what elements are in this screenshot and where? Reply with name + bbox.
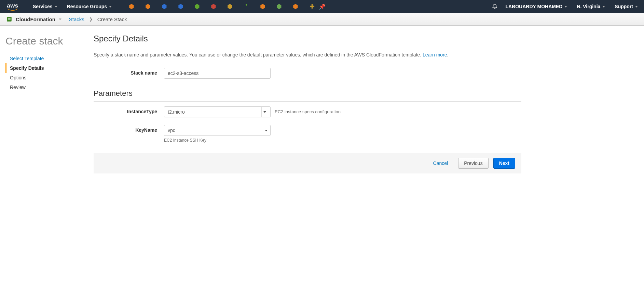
global-nav: aws Services Resource Groups ⬢⬢⬢⬢⬢⬢⬢❜⬢⬢⬢… [0,0,644,13]
svc-icon-7[interactable]: ⬢ [227,3,233,10]
svc-icon-10[interactable]: ⬢ [276,3,283,10]
svc-icon-2[interactable]: ⬢ [145,3,151,10]
caret-down-icon [602,6,605,8]
svc-icon-6[interactable]: ⬢ [210,3,217,10]
svc-icon-9[interactable]: ⬢ [259,3,266,10]
caret-down-icon [263,111,266,113]
svg-rect-2 [8,19,11,20]
key-name-help: EC2 Instance SSH Key [164,138,271,143]
instance-type-value: t2.micro [168,109,185,115]
resource-groups-menu[interactable]: Resource Groups [67,4,112,9]
divider [94,101,521,102]
wizard-step-review[interactable]: Review [5,82,94,92]
notifications-icon[interactable] [492,3,498,10]
account-label: LABOUARDY MOHAMED [505,4,562,9]
stack-name-row: Stack name [94,68,521,79]
services-label: Services [33,4,53,9]
instance-type-row: InstanceType t2.micro EC2 instance specs… [94,106,521,117]
page-title: Create stack [5,35,94,47]
svc-icon-1[interactable]: ⬢ [128,3,135,10]
wizard-step-select-template[interactable]: Select Template [5,54,94,63]
instance-type-select[interactable]: t2.micro [164,106,271,117]
breadcrumb-separator: ❯ [89,17,93,22]
wizard-step-specify-details[interactable]: Specify Details [5,63,94,73]
breadcrumb-bar: CloudFormation Stacks ❯ Create Stack [0,13,644,26]
intro-body: Specify a stack name and parameter value… [94,52,423,57]
key-name-value: vpc [168,128,175,133]
service-shortcut-bar: ⬢⬢⬢⬢⬢⬢⬢❜⬢⬢⬢✚ [128,3,315,10]
service-switcher[interactable]: CloudFormation [6,16,61,22]
instance-type-description: EC2 instance specs configuration [271,106,341,114]
learn-more-link[interactable]: Learn more [423,52,447,57]
instance-type-label: InstanceType [94,106,164,114]
breadcrumb-stacks-link[interactable]: Stacks [69,16,84,22]
next-button[interactable]: Next [493,158,515,169]
cancel-button[interactable]: Cancel [428,158,454,169]
stack-name-label: Stack name [94,68,164,76]
support-label: Support [615,4,633,9]
form-area: Specify Details Specify a stack name and… [94,32,524,173]
resource-groups-label: Resource Groups [67,4,107,9]
caret-down-icon [55,6,57,8]
caret-down-icon [109,6,112,8]
wizard-steps: Select Template Specify Details Options … [5,54,94,92]
cloudformation-icon [6,16,12,22]
svc-icon-11[interactable]: ⬢ [292,3,299,10]
region-menu[interactable]: N. Virginia [577,4,605,9]
divider [94,47,521,47]
stack-name-input[interactable] [164,68,271,79]
caret-down-icon [265,130,268,131]
intro-suffix: . [447,52,449,57]
caret-down-icon [564,6,567,8]
pin-icon[interactable]: 📌 [319,3,326,10]
svc-icon-8[interactable]: ❜ [243,3,250,10]
services-menu[interactable]: Services [33,4,57,9]
svc-icon-12[interactable]: ✚ [309,3,315,10]
wizard-footer: Cancel Previous Next [94,153,521,173]
service-name: CloudFormation [16,16,55,22]
previous-button[interactable]: Previous [458,158,488,169]
key-name-select[interactable]: vpc [164,125,271,136]
svc-icon-3[interactable]: ⬢ [161,3,168,10]
breadcrumb-current: Create Stack [97,16,127,22]
svg-rect-1 [8,18,11,18]
wizard-step-options[interactable]: Options [5,73,94,82]
specify-details-heading: Specify Details [94,34,521,43]
svc-icon-5[interactable]: ⬢ [194,3,201,10]
intro-text: Specify a stack name and parameter value… [94,52,521,57]
region-label: N. Virginia [577,4,600,9]
support-menu[interactable]: Support [615,4,638,9]
key-name-row: KeyName vpc EC2 Instance SSH Key [94,125,521,143]
account-menu[interactable]: LABOUARDY MOHAMED [505,4,567,9]
aws-logo[interactable]: aws [6,3,19,11]
wizard-sidebar: Create stack Select Template Specify Det… [5,32,94,173]
caret-down-icon [59,18,61,20]
svc-icon-4[interactable]: ⬢ [177,3,184,10]
caret-down-icon [635,6,638,8]
key-name-label: KeyName [94,125,164,133]
parameters-heading: Parameters [94,89,521,98]
main-content: Create stack Select Template Specify Det… [0,26,644,187]
